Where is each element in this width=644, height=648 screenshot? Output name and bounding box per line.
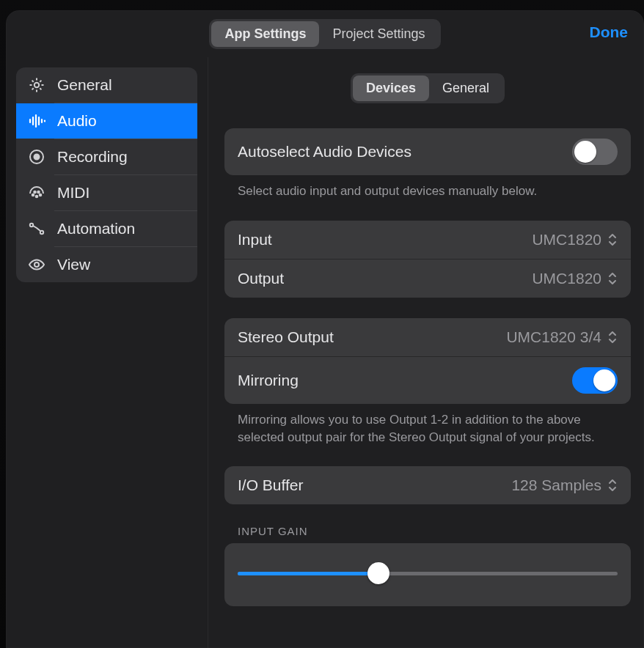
hint-mirroring: Mirroring allows you to use Output 1-2 i… (224, 411, 631, 446)
sidebar-item-recording[interactable]: Recording (16, 139, 197, 174)
value-text: UMC1820 3/4 (506, 328, 601, 346)
row-label: Stereo Output (238, 328, 334, 346)
row-input[interactable]: Input UMC1820 (224, 221, 631, 259)
svg-point-7 (37, 191, 40, 194)
toggle-knob (574, 141, 596, 163)
sidebar-item-view[interactable]: View (16, 247, 197, 282)
settings-panel: App Settings Project Settings Done Gener… (6, 10, 644, 648)
settings-scope-segmented: App Settings Project Settings (209, 19, 440, 49)
chevron-up-down-icon (607, 272, 618, 285)
row-output[interactable]: Output UMC1820 (224, 259, 631, 298)
sidebar-item-label: General (57, 76, 112, 94)
chevron-up-down-icon (607, 331, 618, 344)
value-text: 128 Samples (511, 476, 601, 494)
svg-point-3 (32, 194, 34, 196)
sidebar-list: General Audio (16, 67, 197, 282)
sidebar-item-label: Audio (57, 112, 97, 130)
svg-point-10 (34, 262, 39, 267)
tab-devices[interactable]: Devices (353, 76, 429, 101)
row-label: Output (238, 270, 284, 287)
content-pane: Devices General Autoselect Audio Devices… (208, 57, 644, 648)
section-label-input-gain: INPUT GAIN (224, 525, 631, 537)
row-autoselect: Autoselect Audio Devices (224, 128, 631, 175)
top-bar: App Settings Project Settings Done (6, 10, 644, 57)
panel-body: General Audio (6, 57, 644, 648)
row-label: Autoselect Audio Devices (238, 143, 411, 161)
slider-thumb[interactable] (367, 562, 389, 584)
sidebar: General Audio (6, 57, 208, 648)
row-label: Input (238, 231, 272, 248)
sub-segmented-wrap: Devices General (224, 73, 631, 103)
chevron-up-down-icon (607, 479, 618, 492)
svg-point-5 (40, 194, 42, 196)
hint-autoselect: Select audio input and output devices ma… (224, 183, 631, 200)
row-stereo-output[interactable]: Stereo Output UMC1820 3/4 (224, 318, 631, 356)
group-io-devices: Input UMC1820 Output UMC1820 (224, 221, 631, 298)
row-label: Mirroring (238, 372, 299, 389)
svg-point-4 (36, 196, 38, 198)
sidebar-item-midi[interactable]: MIDI (16, 175, 197, 210)
svg-point-6 (34, 191, 36, 194)
svg-point-0 (34, 83, 39, 87)
row-mirroring: Mirroring (224, 356, 631, 404)
group-io-buffer: I/O Buffer 128 Samples (224, 466, 631, 504)
audio-sub-segmented: Devices General (351, 73, 505, 103)
sidebar-item-label: MIDI (57, 184, 89, 202)
sidebar-item-audio[interactable]: Audio (16, 103, 197, 139)
record-icon (28, 148, 45, 166)
midi-icon (28, 184, 45, 202)
toggle-autoselect[interactable] (572, 139, 618, 165)
tab-project-settings[interactable]: Project Settings (319, 21, 438, 47)
gear-icon (28, 76, 45, 94)
row-value: UMC1820 3/4 (506, 328, 618, 346)
row-value: UMC1820 (532, 270, 618, 287)
tab-app-settings[interactable]: App Settings (211, 21, 319, 47)
automation-icon (28, 220, 45, 238)
sidebar-item-label: View (57, 256, 90, 273)
row-value: 128 Samples (511, 476, 618, 494)
group-input-gain (224, 543, 631, 606)
value-text: UMC1820 (532, 231, 601, 248)
row-value: UMC1820 (532, 231, 618, 248)
eye-icon (28, 256, 45, 273)
row-label: I/O Buffer (238, 476, 304, 494)
sidebar-item-automation[interactable]: Automation (16, 211, 197, 246)
sidebar-item-general[interactable]: General (16, 67, 197, 103)
slider-track-fill (238, 572, 378, 575)
value-text: UMC1820 (532, 270, 601, 287)
row-io-buffer[interactable]: I/O Buffer 128 Samples (224, 466, 631, 504)
sidebar-item-label: Automation (57, 220, 135, 238)
svg-point-2 (34, 155, 40, 160)
done-button[interactable]: Done (590, 23, 629, 41)
tab-general[interactable]: General (429, 76, 502, 101)
chevron-up-down-icon (607, 233, 618, 246)
waveform-icon (28, 112, 45, 130)
group-stereo: Stereo Output UMC1820 3/4 Mirroring (224, 318, 631, 404)
toggle-knob (593, 369, 615, 391)
sidebar-item-label: Recording (57, 148, 128, 166)
group-autoselect: Autoselect Audio Devices (224, 128, 631, 175)
toggle-mirroring[interactable] (572, 367, 618, 394)
slider-input-gain[interactable] (238, 562, 618, 584)
